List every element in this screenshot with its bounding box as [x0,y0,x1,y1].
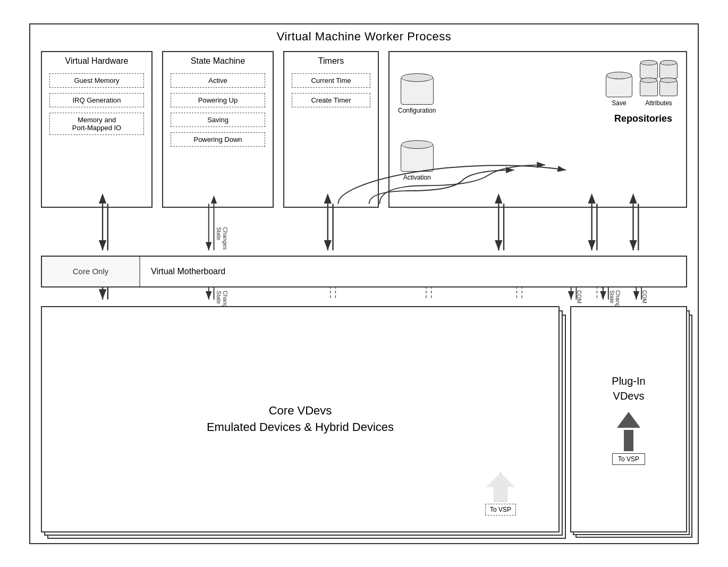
create-timer-item: Create Timer [292,93,370,107]
core-only-label: Core Only [73,267,109,276]
to-vsp-dashed-label: To VSP [485,504,516,515]
attributes-label: Attributes [645,99,672,107]
to-vsp-solid-label: To VSP [612,453,645,465]
timers-items: Current Time Create Timer [284,68,378,113]
config-label: Configuration [398,107,436,114]
virtual-hardware-title: Virtual Hardware [42,52,151,68]
plugin-vdevs-stack: Plug-InVDevs To VSP [570,306,687,532]
plugin-vdevs-title: Plug-InVDevs [612,374,645,403]
svg-text:COM: COM [641,290,648,303]
guest-memory-item: Guest Memory [49,73,144,88]
svg-text:COM: COM [576,290,582,303]
plugin-front: Plug-InVDevs To VSP [570,306,687,532]
state-machine-items: Active Powering Up Saving Powering Down [163,68,273,152]
timers-title: Timers [284,52,378,68]
state-machine-box: State Machine Active Powering Up Saving … [162,51,274,208]
powering-up-state: Powering Up [171,93,265,107]
to-vsp-arrowhead [617,412,640,428]
current-time-item: Current Time [292,73,370,88]
svg-text:State: State [609,290,615,303]
core-vdevs-front: Core VDevs Emulated Devices & Hybrid Dev… [41,306,560,532]
memory-io-item: Memory andPort-Mapped IO [49,113,144,135]
activation-label: Activation [403,174,431,181]
activation-cylinder-body [401,144,434,172]
top-row: Virtual Hardware Guest Memory IRQ Genera… [41,51,687,208]
svg-text:State: State [216,291,222,304]
repositories-box: Configuration Activation [388,51,687,208]
outer-container: Virtual Machine Worker Process Virtual H… [29,23,699,544]
core-vdevs-title: Core VDevs Emulated Devices & Hybrid Dev… [207,403,394,436]
saving-state: Saving [171,113,265,127]
main-content: Virtual Hardware Guest Memory IRQ Genera… [41,51,687,532]
virtual-hardware-box: Virtual Hardware Guest Memory IRQ Genera… [41,51,153,208]
diagram-title: Virtual Machine Worker Process [30,24,698,48]
state-machine-title: State Machine [163,52,273,68]
powering-down-state: Powering Down [171,132,265,147]
svg-text:Changes: Changes [222,227,228,250]
config-cylinder: Configuration [398,77,436,114]
bottom-section: Core VDevs Emulated Devices & Hybrid Dev… [41,306,687,532]
virtual-motherboard-label: Virtual Motherboard [140,267,686,276]
repositories-title: Repositories [614,113,678,124]
virtual-hardware-items: Guest Memory IRQ Generation Memory andPo… [42,68,151,140]
timers-box: Timers Current Time Create Timer [283,51,379,208]
save-cylinder-body [606,75,632,97]
active-state: Active [171,73,265,88]
irq-generation-item: IRQ Generation [49,93,144,107]
core-vdevs-stack: Core VDevs Emulated Devices & Hybrid Dev… [41,306,560,532]
activation-cylinder: Activation [401,144,434,181]
save-cylinder: Save [606,75,632,107]
motherboard-strip: Core Only Virtual Motherboard [41,256,687,287]
save-label: Save [612,99,626,107]
to-vsp-arrow-body [624,430,633,451]
svg-text:State: State [216,227,222,240]
core-only-section: Core Only [42,257,140,286]
config-cylinder-body [401,77,434,105]
